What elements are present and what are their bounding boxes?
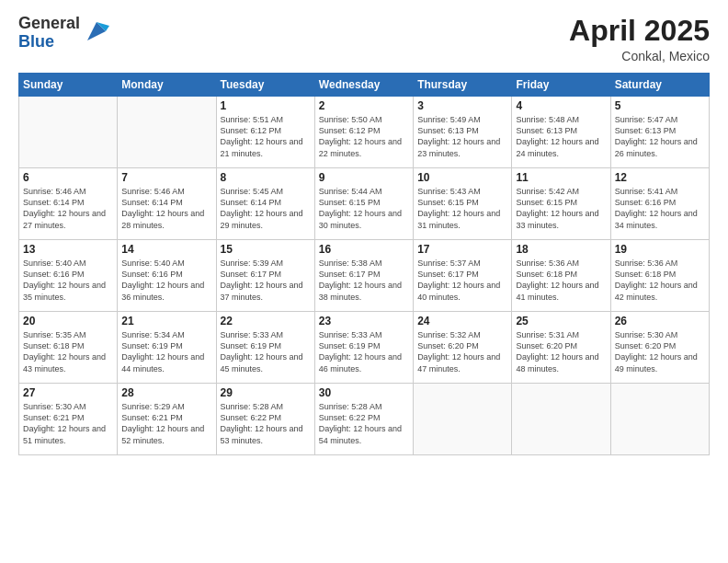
day-number: 29	[221, 386, 311, 399]
logo-text: General Blue	[18, 15, 80, 52]
page: General Blue April 2025 Conkal, Mexico S…	[0, 0, 728, 563]
logo-icon	[84, 18, 109, 44]
day-info: Sunrise: 5:42 AMSunset: 6:15 PMDaylight:…	[516, 186, 606, 231]
location-subtitle: Conkal, Mexico	[569, 49, 710, 63]
calendar-cell	[610, 384, 709, 455]
weekday-header-sunday: Sunday	[19, 74, 118, 97]
calendar-cell: 24Sunrise: 5:32 AMSunset: 6:20 PMDayligh…	[414, 312, 512, 384]
weekday-header-row: SundayMondayTuesdayWednesdayThursdayFrid…	[19, 74, 710, 97]
calendar-cell: 20Sunrise: 5:35 AMSunset: 6:18 PMDayligh…	[19, 312, 118, 384]
calendar-cell: 10Sunrise: 5:43 AMSunset: 6:15 PMDayligh…	[414, 168, 512, 240]
week-row-3: 13Sunrise: 5:40 AMSunset: 6:16 PMDayligh…	[19, 240, 710, 312]
calendar-cell: 21Sunrise: 5:34 AMSunset: 6:19 PMDayligh…	[118, 312, 216, 384]
calendar-cell	[414, 384, 512, 455]
calendar-cell: 9Sunrise: 5:44 AMSunset: 6:15 PMDaylight…	[314, 168, 413, 240]
calendar-cell: 5Sunrise: 5:47 AMSunset: 6:13 PMDaylight…	[610, 97, 709, 168]
week-row-4: 20Sunrise: 5:35 AMSunset: 6:18 PMDayligh…	[19, 312, 710, 384]
calendar-cell: 25Sunrise: 5:31 AMSunset: 6:20 PMDayligh…	[512, 312, 610, 384]
day-number: 15	[221, 243, 311, 256]
day-info: Sunrise: 5:30 AMSunset: 6:20 PMDaylight:…	[615, 329, 705, 374]
calendar-cell: 14Sunrise: 5:40 AMSunset: 6:16 PMDayligh…	[118, 240, 216, 312]
day-info: Sunrise: 5:51 AMSunset: 6:12 PMDaylight:…	[221, 114, 311, 159]
day-number: 9	[319, 171, 409, 184]
calendar-cell	[512, 384, 610, 455]
day-number: 13	[23, 243, 113, 256]
day-info: Sunrise: 5:30 AMSunset: 6:21 PMDaylight:…	[23, 401, 113, 446]
calendar-cell: 30Sunrise: 5:28 AMSunset: 6:22 PMDayligh…	[314, 384, 413, 455]
calendar-cell: 12Sunrise: 5:41 AMSunset: 6:16 PMDayligh…	[610, 168, 709, 240]
day-info: Sunrise: 5:37 AMSunset: 6:17 PMDaylight:…	[417, 258, 507, 303]
calendar-cell: 11Sunrise: 5:42 AMSunset: 6:15 PMDayligh…	[512, 168, 610, 240]
calendar-cell: 17Sunrise: 5:37 AMSunset: 6:17 PMDayligh…	[414, 240, 512, 312]
day-number: 18	[516, 243, 606, 256]
day-info: Sunrise: 5:35 AMSunset: 6:18 PMDaylight:…	[23, 329, 113, 374]
week-row-2: 6Sunrise: 5:46 AMSunset: 6:14 PMDaylight…	[19, 168, 710, 240]
week-row-5: 27Sunrise: 5:30 AMSunset: 6:21 PMDayligh…	[19, 384, 710, 455]
calendar-cell: 29Sunrise: 5:28 AMSunset: 6:22 PMDayligh…	[216, 384, 314, 455]
calendar-cell: 7Sunrise: 5:46 AMSunset: 6:14 PMDaylight…	[118, 168, 216, 240]
header: General Blue April 2025 Conkal, Mexico	[18, 15, 710, 63]
day-info: Sunrise: 5:50 AMSunset: 6:12 PMDaylight:…	[319, 114, 409, 159]
day-number: 6	[23, 171, 113, 184]
day-number: 1	[221, 99, 311, 112]
day-number: 8	[221, 171, 311, 184]
day-info: Sunrise: 5:29 AMSunset: 6:21 PMDaylight:…	[121, 401, 211, 446]
day-number: 22	[221, 315, 311, 327]
day-number: 10	[417, 171, 507, 184]
day-number: 17	[417, 243, 507, 256]
calendar-cell: 8Sunrise: 5:45 AMSunset: 6:14 PMDaylight…	[216, 168, 314, 240]
day-number: 21	[121, 315, 211, 327]
day-info: Sunrise: 5:32 AMSunset: 6:20 PMDaylight:…	[417, 329, 507, 374]
calendar-cell: 28Sunrise: 5:29 AMSunset: 6:21 PMDayligh…	[118, 384, 216, 455]
title-block: April 2025 Conkal, Mexico	[569, 15, 710, 63]
day-info: Sunrise: 5:33 AMSunset: 6:19 PMDaylight:…	[319, 329, 409, 374]
weekday-header-wednesday: Wednesday	[314, 74, 413, 97]
day-number: 26	[615, 315, 705, 327]
day-number: 30	[319, 386, 409, 399]
calendar-cell: 26Sunrise: 5:30 AMSunset: 6:20 PMDayligh…	[610, 312, 709, 384]
day-info: Sunrise: 5:31 AMSunset: 6:20 PMDaylight:…	[516, 329, 606, 374]
calendar-cell: 13Sunrise: 5:40 AMSunset: 6:16 PMDayligh…	[19, 240, 118, 312]
calendar-cell: 2Sunrise: 5:50 AMSunset: 6:12 PMDaylight…	[314, 97, 413, 168]
calendar-cell: 27Sunrise: 5:30 AMSunset: 6:21 PMDayligh…	[19, 384, 118, 455]
calendar-cell: 15Sunrise: 5:39 AMSunset: 6:17 PMDayligh…	[216, 240, 314, 312]
calendar-cell: 3Sunrise: 5:49 AMSunset: 6:13 PMDaylight…	[414, 97, 512, 168]
day-info: Sunrise: 5:49 AMSunset: 6:13 PMDaylight:…	[417, 114, 507, 159]
weekday-header-monday: Monday	[118, 74, 216, 97]
calendar-cell: 16Sunrise: 5:38 AMSunset: 6:17 PMDayligh…	[314, 240, 413, 312]
day-number: 23	[319, 315, 409, 327]
day-number: 3	[417, 99, 507, 112]
day-info: Sunrise: 5:38 AMSunset: 6:17 PMDaylight:…	[319, 258, 409, 303]
day-info: Sunrise: 5:41 AMSunset: 6:16 PMDaylight:…	[615, 186, 705, 231]
day-info: Sunrise: 5:39 AMSunset: 6:17 PMDaylight:…	[221, 258, 311, 303]
week-row-1: 1Sunrise: 5:51 AMSunset: 6:12 PMDaylight…	[19, 97, 710, 168]
day-number: 7	[121, 171, 211, 184]
calendar-cell	[19, 97, 118, 168]
day-info: Sunrise: 5:28 AMSunset: 6:22 PMDaylight:…	[221, 401, 311, 446]
logo-blue: Blue	[18, 33, 80, 52]
day-info: Sunrise: 5:36 AMSunset: 6:18 PMDaylight:…	[615, 258, 705, 303]
day-number: 20	[23, 315, 113, 327]
day-number: 5	[615, 99, 705, 112]
calendar-cell: 22Sunrise: 5:33 AMSunset: 6:19 PMDayligh…	[216, 312, 314, 384]
day-info: Sunrise: 5:45 AMSunset: 6:14 PMDaylight:…	[221, 186, 311, 231]
calendar-cell: 19Sunrise: 5:36 AMSunset: 6:18 PMDayligh…	[610, 240, 709, 312]
weekday-header-thursday: Thursday	[414, 74, 512, 97]
day-info: Sunrise: 5:47 AMSunset: 6:13 PMDaylight:…	[615, 114, 705, 159]
logo: General Blue	[18, 15, 109, 52]
weekday-header-tuesday: Tuesday	[216, 74, 314, 97]
calendar-cell: 4Sunrise: 5:48 AMSunset: 6:13 PMDaylight…	[512, 97, 610, 168]
day-info: Sunrise: 5:36 AMSunset: 6:18 PMDaylight:…	[516, 258, 606, 303]
calendar-cell: 6Sunrise: 5:46 AMSunset: 6:14 PMDaylight…	[19, 168, 118, 240]
day-info: Sunrise: 5:48 AMSunset: 6:13 PMDaylight:…	[516, 114, 606, 159]
day-number: 2	[319, 99, 409, 112]
day-info: Sunrise: 5:40 AMSunset: 6:16 PMDaylight:…	[121, 258, 211, 303]
weekday-header-friday: Friday	[512, 74, 610, 97]
calendar-cell: 18Sunrise: 5:36 AMSunset: 6:18 PMDayligh…	[512, 240, 610, 312]
day-number: 14	[121, 243, 211, 256]
day-number: 27	[23, 386, 113, 399]
day-number: 16	[319, 243, 409, 256]
logo-general: General	[18, 15, 80, 33]
calendar-cell: 23Sunrise: 5:33 AMSunset: 6:19 PMDayligh…	[314, 312, 413, 384]
day-info: Sunrise: 5:43 AMSunset: 6:15 PMDaylight:…	[417, 186, 507, 231]
